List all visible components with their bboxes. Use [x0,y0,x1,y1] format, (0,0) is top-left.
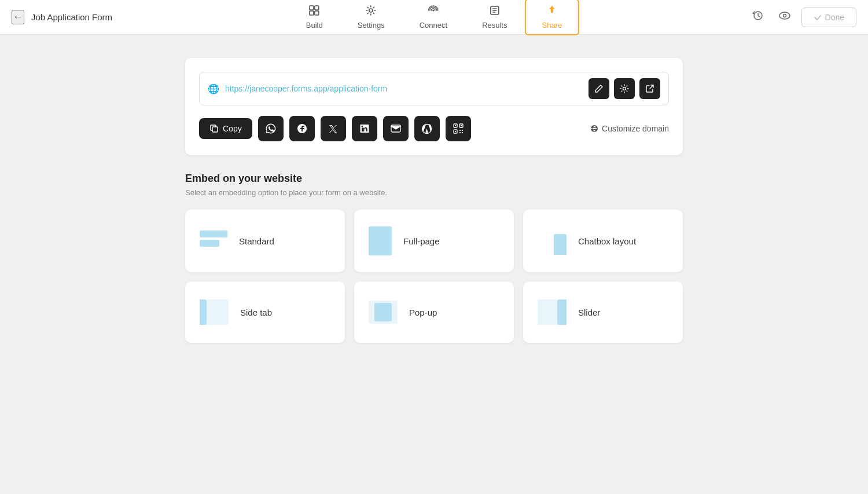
slider-label: Slider [578,308,600,317]
embed-option-popup[interactable]: Pop-up [354,281,514,343]
embed-subtitle: Select an embedding option to place your… [185,188,683,197]
linkedin-button[interactable] [352,116,377,141]
svg-point-8 [783,14,786,17]
done-label: Done [825,13,844,22]
whatsapp-button[interactable] [258,116,284,141]
share-icon [546,5,558,19]
connect-icon [428,5,439,19]
tab-connect-label: Connect [420,21,447,30]
url-prefix: https:// [225,84,249,93]
svg-rect-20 [462,130,463,131]
fullpage-icon [369,226,392,255]
topbar-right: Done [748,6,856,28]
fullpage-label: Full-page [403,236,440,246]
svg-rect-16 [461,125,462,126]
svg-rect-18 [455,131,456,132]
results-icon [489,5,501,19]
popup-label: Pop-up [409,308,437,317]
tab-connect[interactable]: Connect [402,0,465,35]
embed-option-chatbox[interactable]: Chatbox layout [523,210,683,272]
url-settings-button[interactable] [614,78,635,99]
topbar-left: ← Job Application Form [12,10,112,24]
slider-icon [538,298,567,326]
copy-label: Copy [223,124,242,133]
url-domain: janecooper.forms.app/ [249,84,330,93]
build-icon [308,5,320,19]
url-bar: 🌐 https://janecooper.forms.app/applicati… [199,72,669,105]
main-content: 🌐 https://janecooper.forms.app/applicati… [0,35,868,494]
form-title: Job Application Form [31,12,112,22]
standard-icon [200,230,227,251]
share-card: 🌐 https://janecooper.forms.app/applicati… [185,58,683,155]
embed-option-standard[interactable]: Standard [185,210,345,272]
topbar: ← Job Application Form Build [0,0,868,35]
embed-option-sidetab[interactable]: Side tab [185,281,345,343]
sidetab-label: Side tab [240,308,272,317]
sidetab-icon [200,298,229,326]
svg-rect-14 [455,125,456,126]
tab-results-label: Results [482,21,507,30]
share-row: Copy [199,116,669,141]
tab-settings[interactable]: Settings [340,0,402,35]
wordpress-button[interactable] [414,116,440,141]
svg-point-5 [432,10,434,12]
url-actions [589,78,660,99]
topbar-nav: Build Settings Connect [289,0,579,35]
svg-rect-3 [315,11,319,15]
svg-point-7 [779,12,790,19]
copy-button[interactable]: Copy [199,118,252,139]
tab-share[interactable]: Share [524,0,579,35]
embed-option-fullpage[interactable]: Full-page [354,210,514,272]
svg-rect-21 [459,132,461,133]
svg-rect-19 [459,130,461,131]
url-display: https://janecooper.forms.app/application… [225,84,589,93]
tab-build[interactable]: Build [289,0,340,35]
svg-point-9 [623,87,626,90]
standard-label: Standard [239,236,274,246]
edit-url-button[interactable] [589,78,609,99]
settings-icon [365,5,377,19]
embed-grid: Standard Full-page Chatbox layout [185,210,683,343]
customize-domain-link[interactable]: Customize domain [590,124,669,133]
qr-button[interactable] [446,116,471,141]
done-button[interactable]: Done [801,8,856,27]
customize-domain-label: Customize domain [602,124,669,133]
globe-icon: 🌐 [208,83,219,94]
tab-share-label: Share [542,21,562,30]
email-button[interactable] [383,116,409,141]
tab-settings-label: Settings [358,21,385,30]
svg-rect-10 [212,127,218,132]
twitter-button[interactable] [321,116,346,141]
chatbox-icon [538,227,567,255]
svg-rect-22 [462,132,463,133]
facebook-button[interactable] [289,116,315,141]
tab-results[interactable]: Results [465,0,524,35]
open-external-button[interactable] [639,78,660,99]
embed-section: Embed on your website Select an embeddin… [185,173,683,343]
popup-icon [369,298,398,326]
embed-title: Embed on your website [185,173,683,185]
svg-rect-0 [310,6,314,10]
back-button[interactable]: ← [12,10,24,24]
svg-point-4 [369,9,373,12]
svg-rect-1 [315,6,319,10]
chatbox-label: Chatbox layout [578,236,636,246]
svg-rect-23 [461,131,462,132]
embed-option-slider[interactable]: Slider [523,281,683,343]
svg-rect-2 [310,11,314,15]
preview-button[interactable] [775,6,795,28]
url-path: application-form [330,84,388,93]
history-button[interactable] [748,6,768,28]
tab-build-label: Build [306,21,323,30]
